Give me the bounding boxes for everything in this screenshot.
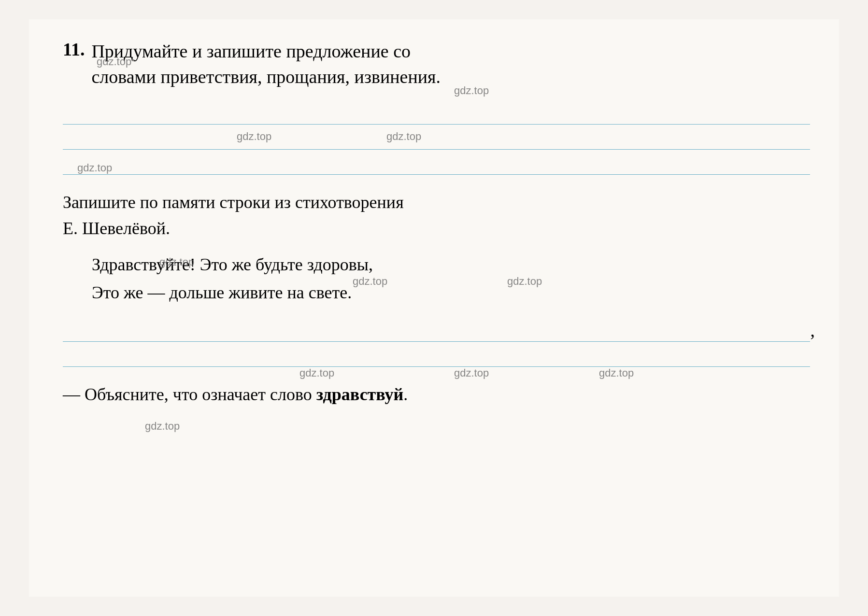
writing-lines-section-1	[63, 99, 810, 175]
poem-line-2: Это же — дольше живите на свете.	[92, 279, 810, 307]
watermark-11: gdz.top	[599, 367, 634, 379]
explanation-text: — Объясните, что означает слово здравств…	[63, 381, 810, 407]
watermark-10: gdz.top	[454, 367, 489, 379]
section2-line2: Е. Шевелёвой.	[63, 219, 170, 238]
poem-line-1: Здравствуйте! Это же будьте здоровы,	[92, 251, 810, 279]
watermark-12: gdz.top	[145, 420, 180, 433]
section2-text: Запишите по памяти строки из стихотворен…	[63, 189, 810, 241]
page: gdz.top gdz.top gdz.top gdz.top gdz.top …	[29, 19, 839, 597]
writing-line-1[interactable]	[63, 99, 810, 125]
task-description: Придумайте и запишите предложение со сло…	[91, 39, 810, 90]
explanation-bold-word: здравствуй	[316, 385, 404, 404]
explanation-period: .	[403, 385, 408, 404]
section2-line1: Запишите по памяти строки из стихотворен…	[63, 193, 404, 212]
watermark-9: gdz.top	[299, 367, 334, 379]
writing-line-5[interactable]	[63, 342, 810, 367]
explanation-section: — Объясните, что означает слово здравств…	[63, 381, 810, 407]
task-number: 11.	[63, 39, 85, 60]
line-comma: ,	[811, 320, 815, 341]
poem-section: Здравствуйте! Это же будьте здоровы, Это…	[92, 251, 810, 307]
task-text-line2: словами приветствия, прощания, извинения…	[91, 67, 441, 87]
writing-line-4[interactable]	[63, 317, 810, 342]
explanation-body: Объясните, что означает слово	[85, 385, 312, 404]
writing-lines-section-2: ,	[63, 317, 810, 367]
writing-line-3[interactable]	[63, 150, 810, 175]
task-header: 11. Придумайте и запишите предложение со…	[63, 39, 810, 90]
explanation-dash: —	[63, 385, 80, 404]
writing-line-2[interactable]	[63, 125, 810, 150]
task-text-line1: Придумайте и запишите предложение со	[91, 41, 411, 61]
